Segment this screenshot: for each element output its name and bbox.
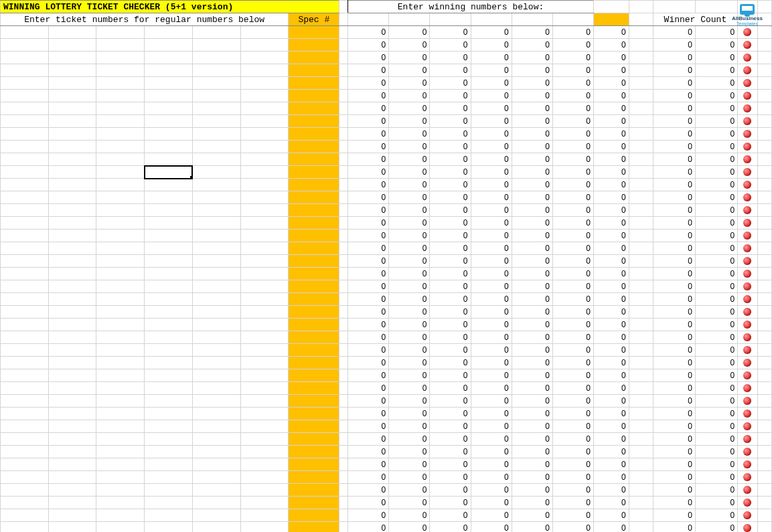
ticket-num-input[interactable] bbox=[192, 420, 240, 433]
ticket-num-input[interactable] bbox=[192, 433, 240, 446]
ticket-num-input[interactable] bbox=[48, 115, 96, 128]
ticket-num-input[interactable] bbox=[1, 179, 49, 191]
spreadsheet-grid[interactable]: WINNING LOTTERY TICKET CHECKER (5+1 vers… bbox=[0, 0, 772, 532]
ticket-num-input[interactable] bbox=[192, 230, 240, 242]
ticket-num-input[interactable] bbox=[96, 382, 145, 395]
ticket-num-input[interactable] bbox=[96, 395, 145, 408]
ticket-num-input[interactable] bbox=[48, 484, 96, 497]
ticket-num-input[interactable] bbox=[96, 522, 145, 533]
ticket-num-input[interactable] bbox=[145, 115, 193, 128]
ticket-num-input[interactable] bbox=[96, 26, 145, 39]
ticket-num-input[interactable] bbox=[240, 280, 289, 293]
ticket-num-input[interactable] bbox=[240, 179, 289, 191]
ticket-num-input[interactable] bbox=[240, 141, 289, 153]
ticket-num-input[interactable] bbox=[192, 382, 240, 395]
ticket-num-input[interactable] bbox=[240, 420, 289, 433]
ticket-num-input[interactable] bbox=[96, 344, 145, 357]
ticket-num-input[interactable] bbox=[1, 369, 49, 382]
ticket-num-input[interactable] bbox=[240, 64, 289, 77]
ticket-num-input[interactable] bbox=[48, 217, 96, 230]
ticket-num-input[interactable] bbox=[48, 230, 96, 242]
ticket-spec-input[interactable] bbox=[289, 331, 339, 344]
ticket-spec-input[interactable] bbox=[289, 509, 339, 522]
ticket-num-input[interactable] bbox=[1, 357, 49, 369]
ticket-num-input[interactable] bbox=[1, 166, 49, 179]
ticket-num-input[interactable] bbox=[96, 433, 145, 446]
ticket-num-input[interactable] bbox=[192, 357, 240, 369]
ticket-num-input[interactable] bbox=[145, 395, 193, 408]
ticket-num-input[interactable] bbox=[145, 484, 193, 497]
ticket-spec-input[interactable] bbox=[289, 293, 339, 306]
ticket-spec-input[interactable] bbox=[289, 280, 339, 293]
ticket-spec-input[interactable] bbox=[289, 141, 339, 153]
ticket-num-input[interactable] bbox=[192, 191, 240, 204]
cell[interactable] bbox=[757, 26, 771, 39]
ticket-num-input[interactable] bbox=[96, 128, 145, 141]
cell[interactable] bbox=[653, 1, 695, 13]
ticket-num-input[interactable] bbox=[192, 115, 240, 128]
ticket-num-input[interactable] bbox=[240, 319, 289, 331]
ticket-spec-input[interactable] bbox=[289, 484, 339, 497]
ticket-num-input[interactable] bbox=[192, 458, 240, 471]
ticket-num-input[interactable] bbox=[48, 268, 96, 280]
cell[interactable] bbox=[757, 331, 771, 344]
ticket-spec-input[interactable] bbox=[289, 39, 339, 52]
ticket-num-input[interactable] bbox=[96, 408, 145, 420]
ticket-num-input[interactable] bbox=[192, 166, 240, 179]
ticket-spec-input[interactable] bbox=[289, 357, 339, 369]
ticket-num-input[interactable] bbox=[145, 331, 193, 344]
ticket-num-input[interactable] bbox=[240, 255, 289, 268]
ticket-num-input[interactable] bbox=[240, 331, 289, 344]
ticket-num-input[interactable] bbox=[96, 39, 145, 52]
ticket-num-input[interactable] bbox=[240, 293, 289, 306]
ticket-num-input[interactable] bbox=[192, 217, 240, 230]
cell[interactable] bbox=[757, 357, 771, 369]
ticket-num-input[interactable] bbox=[192, 509, 240, 522]
ticket-num-input[interactable] bbox=[48, 471, 96, 484]
cell[interactable] bbox=[757, 230, 771, 242]
winning-num-input[interactable] bbox=[471, 13, 512, 26]
ticket-num-input[interactable] bbox=[192, 268, 240, 280]
ticket-num-input[interactable] bbox=[48, 204, 96, 217]
ticket-spec-input[interactable] bbox=[289, 382, 339, 395]
ticket-num-input[interactable] bbox=[145, 217, 193, 230]
cell[interactable] bbox=[757, 369, 771, 382]
ticket-num-input[interactable] bbox=[145, 458, 193, 471]
ticket-num-input[interactable] bbox=[145, 128, 193, 141]
ticket-num-input[interactable] bbox=[240, 433, 289, 446]
cell[interactable] bbox=[757, 217, 771, 230]
ticket-num-input[interactable] bbox=[1, 497, 49, 509]
ticket-num-input[interactable] bbox=[192, 484, 240, 497]
cell[interactable] bbox=[757, 115, 771, 128]
ticket-num-input[interactable] bbox=[96, 331, 145, 344]
ticket-num-input[interactable] bbox=[145, 255, 193, 268]
ticket-spec-input[interactable] bbox=[289, 408, 339, 420]
ticket-num-input[interactable] bbox=[96, 293, 145, 306]
ticket-num-input[interactable] bbox=[96, 115, 145, 128]
ticket-num-input[interactable] bbox=[240, 484, 289, 497]
ticket-num-input[interactable] bbox=[192, 64, 240, 77]
ticket-num-input[interactable] bbox=[48, 90, 96, 102]
ticket-num-input[interactable] bbox=[192, 128, 240, 141]
ticket-num-input[interactable] bbox=[1, 509, 49, 522]
ticket-spec-input[interactable] bbox=[289, 230, 339, 242]
ticket-num-input[interactable] bbox=[96, 369, 145, 382]
ticket-num-input[interactable] bbox=[240, 90, 289, 102]
ticket-num-input[interactable] bbox=[48, 319, 96, 331]
cell[interactable] bbox=[757, 268, 771, 280]
ticket-num-input[interactable] bbox=[192, 293, 240, 306]
ticket-num-input[interactable] bbox=[145, 280, 193, 293]
ticket-spec-input[interactable] bbox=[289, 26, 339, 39]
ticket-num-input[interactable] bbox=[48, 77, 96, 90]
ticket-num-input[interactable] bbox=[96, 280, 145, 293]
ticket-num-input[interactable] bbox=[48, 141, 96, 153]
ticket-num-input[interactable] bbox=[1, 395, 49, 408]
ticket-num-input[interactable] bbox=[48, 408, 96, 420]
ticket-spec-input[interactable] bbox=[289, 217, 339, 230]
ticket-spec-input[interactable] bbox=[289, 446, 339, 458]
ticket-num-input[interactable] bbox=[192, 395, 240, 408]
cell[interactable] bbox=[757, 344, 771, 357]
ticket-num-input[interactable] bbox=[240, 77, 289, 90]
cell[interactable] bbox=[757, 382, 771, 395]
cell[interactable] bbox=[629, 1, 653, 13]
